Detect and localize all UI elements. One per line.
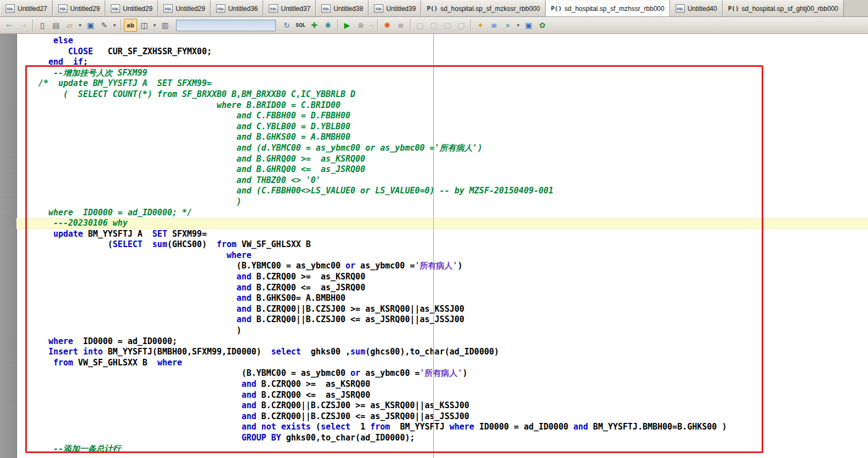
sql-window-icon: SQL <box>58 4 67 13</box>
code-line: GROUP BY ghks00,to_char(ad_ID0000); <box>16 433 868 444</box>
sql-window-icon: SQL <box>269 4 278 13</box>
new-instance-button[interactable]: ✚ <box>308 19 321 32</box>
tools-button[interactable]: ✿ <box>536 19 549 32</box>
code-line: and B.CZRQ00 >= as_KSRQ00 <box>16 272 868 283</box>
export-file-button[interactable]: ▤ <box>49 19 63 32</box>
refresh-button[interactable]: ↻ <box>280 19 293 32</box>
sql-window-icon: SQL <box>321 4 331 13</box>
tab-sd_hospital.sp_sf_mzkssr_rbb000[interactable]: P()sd_hospital.sp_sf_mzkssr_rbb000 <box>421 0 545 16</box>
tab-Untitled40[interactable]: SQLUntitled40 <box>670 0 723 16</box>
code-line: --增加挂号人次 SFXM99 <box>16 68 868 79</box>
sql-window-icon: SQL <box>111 4 120 13</box>
code-line: and B.GHKS00= A.BMBH00 <box>16 293 868 304</box>
job-queue-button[interactable]: ≡ <box>487 19 501 32</box>
procedure-icon: P() <box>551 5 562 12</box>
tab-Untitled39[interactable]: SQLUntitled39 <box>368 0 421 16</box>
sql-window-icon: SQL <box>163 4 173 13</box>
tab-label: sd_hospital.sp_sf_ghtj00_rbb000 <box>742 5 838 13</box>
break-button[interactable]: ✺ <box>381 19 394 32</box>
app-window: SQLUntitled27SQLUntitled29SQLUntitled29S… <box>0 0 868 458</box>
code-line: end if; <box>16 57 868 68</box>
code-line: where ID0000 = ad_ID0000; <box>16 336 868 347</box>
toolbar-separator <box>377 19 378 31</box>
code-line: and B.CZRQ00 <= as_JSRQ00 <box>16 390 868 401</box>
code-line: and C.YBLB00 = D.YBLB00 <box>16 122 868 133</box>
editor-gutter <box>0 34 17 458</box>
tab-Untitled37[interactable]: SQLUntitled37 <box>263 0 316 16</box>
sql-window-icon: SQL <box>676 4 685 13</box>
code-line: and B.GHRQ00 <= as_JSRQ00 <box>16 164 868 175</box>
save-button[interactable]: ▣ <box>84 19 97 32</box>
code-line: and B.CZRQ00||B.CZSJ00 >= as_KSRQ00||as_… <box>16 400 868 411</box>
procedure-icon: P() <box>728 5 739 12</box>
more-tools-dropdown[interactable]: ▾ <box>515 19 521 32</box>
tab-Untitled27[interactable]: SQLUntitled27 <box>0 0 53 16</box>
tab-label: Untitled29 <box>175 5 205 13</box>
more-tools-button[interactable]: » <box>501 19 514 32</box>
mail-window-button[interactable]: ▢ <box>455 19 468 32</box>
sql-window-button[interactable]: SQL <box>294 19 307 32</box>
code-line: (SELECT sum(GHCS00) from VW_SF_GHLSXX B <box>16 239 868 250</box>
open-file-dropdown[interactable]: ▾ <box>77 19 83 32</box>
auto-refresh-button[interactable]: ✱ <box>321 19 334 32</box>
code-line: --添加一条总计行 <box>16 444 868 455</box>
code-line: and B.CZRQ00 <= as_JSRQ00 <box>16 283 868 294</box>
tab-Untitled29[interactable]: SQLUntitled29 <box>158 0 211 16</box>
toolbar-separator <box>410 19 411 31</box>
edit-window-button[interactable]: ▥ <box>158 19 172 32</box>
save-window-button[interactable]: ▢ <box>427 19 440 32</box>
code-line: ( SELECT COUNT(*) from SF_BRXXB0 B,BM_BR… <box>16 89 868 100</box>
print-button[interactable]: ✎ <box>98 19 111 32</box>
nav-forward-button[interactable]: → <box>16 19 30 32</box>
code-editor[interactable]: else CLOSE CUR_SF_ZXHSSR_FYMX00; end if;… <box>0 34 868 458</box>
code-line: and (d.YBMC00 = as_ybmc00 or as_ybmc00 =… <box>16 143 868 154</box>
tab-label: Untitled38 <box>333 5 363 13</box>
toolbar-separator <box>32 19 33 31</box>
code-line: from VW_SF_GHLSXX B where <box>16 358 868 369</box>
code-line: (B.YBMC00 = as_ybmc00 or as_ybmc00 ='所有病… <box>16 368 868 379</box>
toolbar: ←→▯▤▱▾▣✎▾ab◫▾▥↻SQL✚✱▶⊗−✺≡▢▢▢▢✦≡»▾▣✿ <box>0 17 868 34</box>
output-list-button[interactable]: ≡ <box>394 19 407 32</box>
preview-window-button[interactable]: ▣ <box>522 19 535 32</box>
tab-label: Untitled37 <box>281 5 310 13</box>
tab-label: Untitled40 <box>688 5 717 13</box>
code-line: update BM_YYSFTJ A SET SFXM99= <box>16 229 868 240</box>
print-dropdown[interactable]: ▾ <box>111 19 118 32</box>
code-line: where ID0000 = ad_ID0000; */ <box>16 208 868 219</box>
execute-button[interactable]: ▶ <box>341 19 354 32</box>
open-file-button[interactable]: ▱ <box>63 19 76 32</box>
sql-window-icon: SQL <box>374 4 383 13</box>
tab-Untitled29[interactable]: SQLUntitled29 <box>105 0 158 16</box>
code-line: /* update BM_YYSFTJ A SET SFXM99= <box>16 78 868 89</box>
tab-label: Untitled29 <box>123 5 152 13</box>
search-combo[interactable] <box>176 20 276 31</box>
tab-Untitled36[interactable]: SQLUntitled36 <box>211 0 263 16</box>
code-line: and C.FBBH00 = D.FBBH00 <box>16 111 868 122</box>
stop-button[interactable]: ⊗ <box>354 19 367 32</box>
tab-Untitled29[interactable]: SQLUntitled29 <box>53 0 105 16</box>
toolbar-separator <box>337 19 338 31</box>
code-line: and B.CZRQ00||B.CZSJ00 >= as_KSRQ00||as_… <box>16 304 868 315</box>
tab-sd_hospital.sp_sf_ghtj00_rbb000[interactable]: P()sd_hospital.sp_sf_ghtj00_rbb000 <box>723 0 844 16</box>
code-lines: else CLOSE CUR_SF_ZXHSSR_FYMX00; end if;… <box>16 34 868 458</box>
copy-window-button[interactable]: ▢ <box>413 19 427 32</box>
tab-label: Untitled27 <box>18 5 47 13</box>
tab-Untitled38[interactable]: SQLUntitled38 <box>316 0 368 16</box>
code-line: else <box>16 36 868 47</box>
code-line: where <box>16 250 868 261</box>
right-margin-guide <box>433 34 434 458</box>
break-dash-icon[interactable]: − <box>368 19 375 32</box>
code-line: where B.BRID00 = C.BRID00 <box>16 100 868 111</box>
split-window-button[interactable]: ◫ <box>138 19 151 32</box>
print-window-button[interactable]: ▢ <box>441 19 454 32</box>
code-line: and not exists (select 1 from BM_YYSFTJ … <box>16 422 868 433</box>
autoreplace-toggle[interactable]: ab <box>124 19 137 32</box>
new-document-button[interactable]: ▯ <box>36 19 49 32</box>
code-line: CLOSE CUR_SF_ZXHSSR_FYMX00; <box>16 47 868 58</box>
tab-label: Untitled39 <box>386 5 416 13</box>
nav-back-button[interactable]: ← <box>3 19 16 32</box>
highlight-button[interactable]: ✦ <box>474 19 487 32</box>
code-line: ---20230106 why <box>16 218 868 229</box>
split-window-dropdown[interactable]: ▾ <box>151 19 158 32</box>
tab-sd_hospital.sp_sf_mzhssr_rbb000[interactable]: P()sd_hospital.sp_sf_mzhssr_rbb000 <box>546 0 670 16</box>
